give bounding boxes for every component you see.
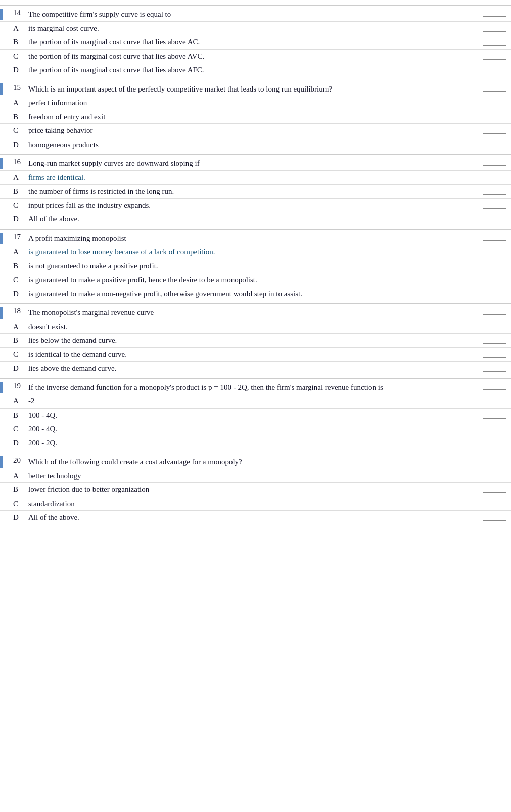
option-text-q18-B: lies below the demand curve. bbox=[28, 335, 483, 346]
answer-underline-q19[interactable] bbox=[483, 382, 506, 390]
answer-underline-q15[interactable] bbox=[483, 83, 506, 92]
option-row-q18-B: Blies below the demand curve. bbox=[0, 333, 511, 347]
option-answer-underline-q17-C[interactable] bbox=[483, 275, 506, 283]
option-text-q16-C: input prices fall as the industry expand… bbox=[28, 200, 483, 211]
question-number-q16: 16 bbox=[3, 158, 28, 166]
option-row-q17-D: Dis guaranteed to make a non-negative pr… bbox=[0, 287, 511, 301]
option-text-q17-D: is guaranteed to make a non-negative pro… bbox=[28, 288, 483, 300]
answer-underline-q14[interactable] bbox=[483, 9, 506, 17]
option-answer-underline-q19-B[interactable] bbox=[483, 411, 506, 419]
option-text-q15-A: perfect information bbox=[28, 97, 483, 109]
option-answer-underline-q15-C[interactable] bbox=[483, 126, 506, 134]
option-letter-q14-A: A bbox=[3, 23, 28, 34]
option-row-q17-C: Cis guaranteed to make a positive profit… bbox=[0, 273, 511, 287]
option-letter-q16-C: C bbox=[3, 200, 28, 211]
question-row-q14: 14The competitive firm's supply curve is… bbox=[0, 6, 511, 21]
option-letter-q17-A: A bbox=[3, 246, 28, 258]
option-answer-underline-q16-C[interactable] bbox=[483, 201, 506, 209]
option-line-q19-D bbox=[483, 437, 511, 446]
question-block-q15: 15Which is an important aspect of the pe… bbox=[0, 80, 511, 152]
answer-line-q17 bbox=[483, 233, 511, 241]
option-answer-underline-q19-C[interactable] bbox=[483, 424, 506, 432]
option-answer-underline-q18-C[interactable] bbox=[483, 350, 506, 358]
option-row-q18-A: Adoesn't exist. bbox=[0, 320, 511, 334]
option-line-q20-C bbox=[483, 498, 511, 507]
option-line-q15-A bbox=[483, 97, 511, 106]
option-letter-q15-A: A bbox=[3, 97, 28, 109]
option-row-q16-A: Afirms are identical. bbox=[0, 170, 511, 185]
question-block-q18: 18The monopolist's marginal revenue curv… bbox=[0, 303, 511, 375]
option-answer-underline-q18-B[interactable] bbox=[483, 336, 506, 344]
option-row-q14-B: Bthe portion of its marginal cost curve … bbox=[0, 35, 511, 49]
question-number-q17: 17 bbox=[3, 233, 28, 241]
option-line-q16-C bbox=[483, 200, 511, 209]
option-answer-underline-q19-A[interactable] bbox=[483, 396, 506, 404]
option-letter-q20-C: C bbox=[3, 498, 28, 510]
option-line-q14-D bbox=[483, 64, 511, 73]
option-answer-underline-q15-B[interactable] bbox=[483, 112, 506, 120]
option-row-q14-C: Cthe portion of its marginal cost curve … bbox=[0, 49, 511, 63]
option-letter-q18-B: B bbox=[3, 335, 28, 346]
option-row-q15-A: Aperfect information bbox=[0, 96, 511, 110]
option-letter-q16-A: A bbox=[3, 172, 28, 184]
answer-underline-q18[interactable] bbox=[483, 307, 506, 315]
option-answer-underline-q17-A[interactable] bbox=[483, 247, 506, 255]
option-answer-underline-q15-A[interactable] bbox=[483, 98, 506, 106]
option-line-q20-B bbox=[483, 484, 511, 493]
option-line-q18-A bbox=[483, 321, 511, 330]
option-line-q15-D bbox=[483, 139, 511, 148]
option-line-q14-A bbox=[483, 23, 511, 32]
question-row-q18: 18The monopolist's marginal revenue curv… bbox=[0, 304, 511, 320]
option-line-q17-A bbox=[483, 246, 511, 255]
option-letter-q17-B: B bbox=[3, 260, 28, 272]
answer-underline-q17[interactable] bbox=[483, 233, 506, 241]
option-answer-underline-q16-D[interactable] bbox=[483, 214, 506, 222]
option-letter-q20-A: A bbox=[3, 470, 28, 482]
option-answer-underline-q17-D[interactable] bbox=[483, 289, 506, 297]
option-row-q15-B: Bfreedom of entry and exit bbox=[0, 110, 511, 124]
option-answer-underline-q20-C[interactable] bbox=[483, 499, 506, 507]
option-answer-underline-q20-A[interactable] bbox=[483, 471, 506, 479]
option-line-q16-D bbox=[483, 213, 511, 222]
option-answer-underline-q20-B[interactable] bbox=[483, 485, 506, 493]
option-row-q18-D: Dlies above the demand curve. bbox=[0, 361, 511, 375]
option-letter-q20-B: B bbox=[3, 484, 28, 495]
option-line-q17-D bbox=[483, 288, 511, 297]
option-answer-underline-q14-A[interactable] bbox=[483, 24, 506, 32]
option-answer-underline-q19-D[interactable] bbox=[483, 438, 506, 446]
option-answer-underline-q14-B[interactable] bbox=[483, 37, 506, 46]
answer-line-q15 bbox=[483, 83, 511, 92]
option-row-q15-C: Cprice taking behavior bbox=[0, 123, 511, 138]
option-line-q17-B bbox=[483, 260, 511, 269]
option-answer-underline-q20-D[interactable] bbox=[483, 513, 506, 521]
answer-underline-q16[interactable] bbox=[483, 158, 506, 166]
question-number-q19: 19 bbox=[3, 382, 28, 390]
question-block-q17: 17A profit maximizing monopolistAis guar… bbox=[0, 229, 511, 301]
answer-underline-q20[interactable] bbox=[483, 456, 506, 464]
option-line-q18-C bbox=[483, 349, 511, 358]
option-letter-q19-B: B bbox=[3, 410, 28, 421]
option-answer-underline-q16-A[interactable] bbox=[483, 173, 506, 181]
option-answer-underline-q15-D[interactable] bbox=[483, 140, 506, 148]
question-block-q14: 14The competitive firm's supply curve is… bbox=[0, 5, 511, 77]
question-text-q20: Which of the following could create a co… bbox=[28, 456, 483, 468]
option-text-q20-A: better technology bbox=[28, 470, 483, 482]
option-text-q20-C: standardization bbox=[28, 498, 483, 510]
option-answer-underline-q16-B[interactable] bbox=[483, 187, 506, 195]
option-answer-underline-q17-B[interactable] bbox=[483, 261, 506, 269]
option-row-q19-A: A-2 bbox=[0, 394, 511, 408]
question-row-q15: 15Which is an important aspect of the pe… bbox=[0, 80, 511, 96]
option-letter-q16-D: D bbox=[3, 213, 28, 225]
option-row-q20-C: Cstandardization bbox=[0, 497, 511, 511]
option-line-q16-A bbox=[483, 172, 511, 181]
option-answer-underline-q14-C[interactable] bbox=[483, 52, 506, 60]
option-row-q16-B: Bthe number of firms is restricted in th… bbox=[0, 184, 511, 198]
option-answer-underline-q18-A[interactable] bbox=[483, 322, 506, 330]
option-text-q16-A: firms are identical. bbox=[28, 172, 483, 184]
option-answer-underline-q18-D[interactable] bbox=[483, 364, 506, 372]
option-answer-underline-q14-D[interactable] bbox=[483, 65, 506, 73]
option-letter-q16-B: B bbox=[3, 186, 28, 197]
question-row-q20: 20Which of the following could create a … bbox=[0, 453, 511, 469]
option-line-q16-B bbox=[483, 186, 511, 195]
option-line-q15-C bbox=[483, 125, 511, 134]
